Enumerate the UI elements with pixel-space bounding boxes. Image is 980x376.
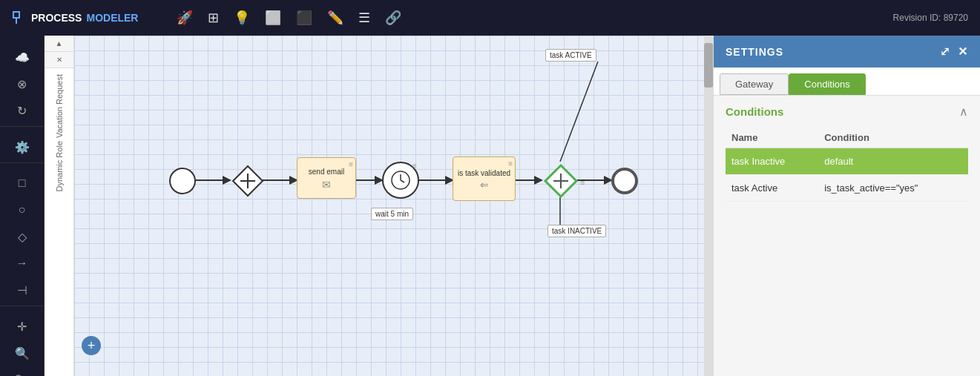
- main-layout: ☁️ ⊗ ↻ ⚙️ □ ○ ◇ → ⊣ ✛ 🔍 🔍- 100% ▲ ✕ Vaca…: [0, 36, 980, 376]
- connect-icon[interactable]: 🔗: [385, 10, 401, 26]
- table-row[interactable]: task Activeis_task_active=="yes": [726, 175, 968, 202]
- expand-icon[interactable]: ⤢: [940, 44, 950, 59]
- shape-tools: □ ○ ◇ → ⊣: [0, 168, 44, 306]
- loop-icon: ⇐: [480, 179, 489, 191]
- end-event[interactable]: [611, 168, 638, 194]
- panel-close-icon[interactable]: ✕: [958, 44, 968, 59]
- canvas-area[interactable]: task ACTIVE: [74, 36, 713, 376]
- validated-label: is task validated: [458, 169, 510, 177]
- tab-gateway[interactable]: Gateway: [720, 73, 789, 95]
- lines-icon[interactable]: ☰: [358, 10, 370, 26]
- diamond-tool[interactable]: ◇: [9, 225, 36, 248]
- canvas-arrows: [74, 36, 713, 376]
- close-circle-icon[interactable]: ⊗: [9, 73, 36, 95]
- start-event[interactable]: [169, 168, 196, 194]
- col-condition-header: Condition: [818, 128, 968, 148]
- rectangle-tool[interactable]: □: [9, 172, 36, 194]
- right-panel: SETTINGS ⤢ ✕ Gateway Conditions Conditio…: [713, 36, 980, 376]
- email-icon: ✉: [322, 179, 331, 191]
- settings-tabs: Gateway Conditions: [714, 67, 980, 96]
- condition-value-cell: is_task_active=="yes": [818, 175, 968, 202]
- cloud-icon[interactable]: ☁️: [9, 46, 36, 68]
- crosshair-icon[interactable]: ✛: [9, 315, 36, 337]
- svg-line-16: [401, 180, 404, 182]
- settings-header: SETTINGS ⤢ ✕: [714, 36, 980, 67]
- validated-task-lines: ≡: [508, 159, 513, 168]
- settings-tool: ⚙️: [0, 131, 44, 163]
- conditions-table: Name Condition task Inactivedefaulttask …: [726, 128, 968, 202]
- header-icons: ⤢ ✕: [940, 44, 968, 59]
- revision-id: Revision ID: 89720: [893, 13, 968, 23]
- condition-name-cell: task Active: [726, 175, 818, 202]
- wait-label: wait 5 min: [371, 208, 413, 220]
- timer-lines: ≡: [412, 162, 417, 170]
- conditions-header: Conditions ∧: [726, 105, 968, 119]
- selected-gateway[interactable]: [543, 163, 579, 199]
- scrollbar-thumb[interactable]: [704, 43, 713, 88]
- modeler-text: MODELER: [86, 12, 138, 24]
- send-email-label: send email: [309, 168, 344, 176]
- gear-icon[interactable]: ⚙️: [9, 136, 36, 158]
- boundary-tool[interactable]: ⊣: [9, 279, 36, 301]
- task-lines-icon: ≡: [349, 160, 353, 168]
- role-label: Vacation Request: [55, 74, 64, 138]
- action-tools: ✛ 🔍 🔍-: [0, 311, 44, 376]
- send-email-task[interactable]: ≡ send email ✉: [297, 157, 356, 199]
- svg-line-8: [560, 62, 598, 162]
- logo-icon: [12, 10, 27, 25]
- conditions-section: Conditions ∧ Name Condition task Inactiv…: [714, 96, 980, 211]
- first-gateway[interactable]: [231, 165, 264, 197]
- arrow-tool[interactable]: →: [9, 252, 36, 274]
- grid-icon[interactable]: ⊞: [208, 10, 219, 26]
- scroll-up-btn[interactable]: ▲: [45, 36, 73, 52]
- bulb-icon[interactable]: 💡: [234, 10, 250, 26]
- zoom-in-icon[interactable]: 🔍: [9, 342, 36, 364]
- frame-icon[interactable]: ⬜: [265, 10, 281, 26]
- table-row[interactable]: task Inactivedefault: [726, 148, 968, 175]
- tab-conditions[interactable]: Conditions: [789, 73, 865, 95]
- col-name-header: Name: [726, 128, 818, 148]
- top-toolbar-icons: 🚀 ⊞ 💡 ⬜ ⬛ ✏️ ☰ 🔗: [177, 10, 401, 26]
- cloud-tools: ☁️ ⊗ ↻: [0, 42, 44, 127]
- pen-icon[interactable]: ✏️: [327, 10, 343, 26]
- rocket-icon[interactable]: 🚀: [177, 10, 193, 26]
- task-active-label: task ACTIVE: [545, 49, 596, 62]
- panel-close-btn[interactable]: ✕: [45, 52, 73, 68]
- process-text: PROCESS: [31, 12, 82, 24]
- frame2-icon[interactable]: ⬛: [296, 10, 312, 26]
- gateway-right-lines: ≡: [580, 178, 585, 187]
- add-element-button[interactable]: +: [82, 336, 101, 355]
- circle-tool[interactable]: ○: [9, 199, 36, 221]
- validated-task[interactable]: ≡ is task validated ⇐: [453, 156, 516, 201]
- app-logo: PROCESSMODELER: [12, 10, 138, 25]
- condition-name-cell: task Inactive: [726, 148, 818, 175]
- task-inactive-label: task INACTIVE: [547, 225, 606, 237]
- svg-rect-0: [13, 12, 19, 18]
- top-bar-left: PROCESSMODELER 🚀 ⊞ 💡 ⬜ ⬛ ✏️ ☰ 🔗: [12, 10, 401, 26]
- vertical-panel: ▲ ✕ Vacation Request Dynamic Role: [45, 36, 74, 376]
- dynamic-role-label: Dynamic Role: [55, 141, 64, 191]
- canvas-scrollbar[interactable]: [704, 36, 713, 376]
- condition-value-cell: default: [818, 148, 968, 175]
- top-bar: PROCESSMODELER 🚀 ⊞ 💡 ⬜ ⬛ ✏️ ☰ 🔗 Revision…: [0, 0, 980, 36]
- refresh-icon[interactable]: ↻: [9, 99, 36, 122]
- zoom-out-icon[interactable]: 🔍-: [9, 369, 36, 376]
- collapse-icon[interactable]: ∧: [959, 105, 968, 119]
- left-toolbar: ☁️ ⊗ ↻ ⚙️ □ ○ ◇ → ⊣ ✛ 🔍 🔍- 100%: [0, 36, 45, 376]
- conditions-title: Conditions: [726, 105, 783, 118]
- settings-title: SETTINGS: [726, 46, 783, 58]
